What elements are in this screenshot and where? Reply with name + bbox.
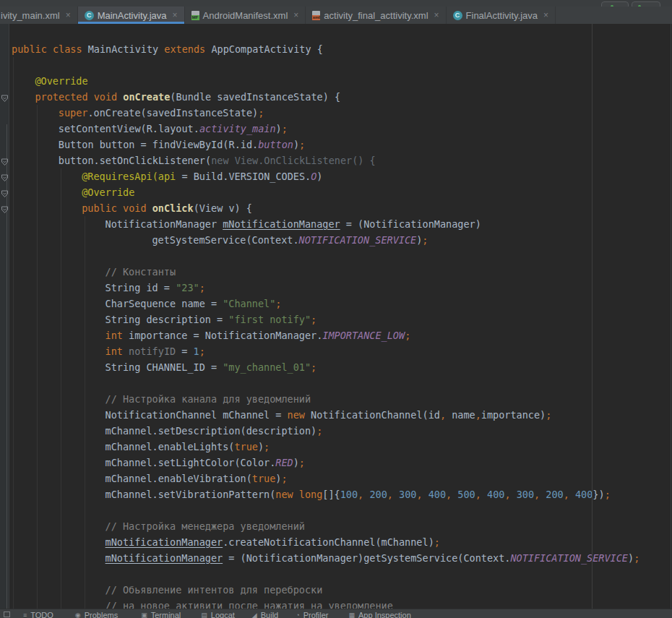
tool-window-button-problems[interactable]: ◉Problems bbox=[75, 609, 118, 618]
tool-window-label: TODO bbox=[30, 611, 53, 618]
code-line: getSystemService(Context.NOTIFICATION_SE… bbox=[0, 232, 672, 248]
tab-label: MainActivity.java bbox=[98, 10, 167, 21]
tool-window-button-build[interactable]: ◢Build bbox=[252, 609, 278, 618]
file-type-band: MF bbox=[191, 15, 199, 20]
indent-guide bbox=[37, 105, 38, 609]
logcat-icon: ▤ bbox=[201, 611, 207, 618]
build-icon: ◢ bbox=[252, 611, 257, 618]
tab-label: activity_final_acttivity.xml bbox=[324, 10, 428, 21]
code-line: int importance = NotificationManager.IMP… bbox=[0, 327, 672, 343]
indent-guide bbox=[13, 57, 14, 609]
class-icon: C bbox=[85, 11, 94, 20]
code-line: mChannel.setVibrationPattern(new long[]{… bbox=[0, 486, 672, 502]
code-line: public void onClick(View v) { bbox=[0, 200, 672, 216]
tool-window-bar: ≡TODO◉Problems▣Terminal▤Logcat◢Build◔Pro… bbox=[0, 609, 672, 618]
code-line: mChannel.setLightColor(Color.RED); bbox=[0, 455, 672, 471]
close-icon[interactable]: × bbox=[543, 10, 548, 20]
tab-mainactivity-java[interactable]: CMainActivity.java× bbox=[78, 7, 185, 24]
class-icon: C bbox=[453, 11, 462, 20]
manifest-file-icon: MF bbox=[191, 11, 199, 20]
tool-window-label: Logcat bbox=[211, 611, 235, 618]
tool-window-label: Terminal bbox=[151, 611, 181, 618]
code-line: // на новое активити после нажатия на ув… bbox=[0, 598, 672, 609]
app-inspection-icon: ▦ bbox=[348, 611, 355, 618]
tab-ivity-main-xml[interactable]: ivity_main.xml× bbox=[0, 7, 78, 24]
code-line: // Обьявление интентов для переброски bbox=[0, 582, 672, 598]
tab-androidmanifest-xml[interactable]: MFAndroidManifest.xml× bbox=[185, 7, 306, 24]
code-line: public class MainActivity extends AppCom… bbox=[0, 41, 672, 57]
code-line bbox=[0, 375, 672, 391]
close-icon[interactable]: × bbox=[434, 10, 439, 20]
code-line: mNotificationManager = (NotificationMana… bbox=[0, 550, 672, 566]
editor-tab-bar: ivity_main.xml×CMainActivity.java×MFAndr… bbox=[0, 7, 672, 24]
tool-window-button-app-inspection[interactable]: ▦App Inspection bbox=[348, 609, 410, 618]
code-line: @Override bbox=[0, 184, 672, 200]
code-line: @RequiresApi(api = Build.VERSION_CODES.O… bbox=[0, 168, 672, 184]
code-line: // Настройка менеджера уведомлений bbox=[0, 518, 672, 534]
close-icon[interactable]: × bbox=[293, 10, 298, 20]
code-line bbox=[0, 566, 672, 582]
tool-window-label: Profiler bbox=[303, 611, 329, 618]
todo-icon: ≡ bbox=[23, 611, 27, 618]
code-line: String CHANNEL_ID = "my_channel_01"; bbox=[0, 359, 672, 375]
code-line bbox=[0, 57, 672, 73]
code-line: @Override bbox=[0, 73, 672, 89]
tool-window-button-todo[interactable]: ≡TODO bbox=[23, 609, 53, 618]
code-line bbox=[0, 248, 672, 264]
tool-window-label: App Inspection bbox=[358, 611, 411, 618]
code-line: mNotificationManager.createNotificationC… bbox=[0, 534, 672, 550]
code-line: String id = "23"; bbox=[0, 280, 672, 296]
terminal-icon: ▣ bbox=[141, 611, 147, 618]
indent-guide bbox=[61, 168, 61, 609]
tab-finalacttivity-java[interactable]: CFinalActtivity.java× bbox=[447, 7, 556, 24]
code-line: mChannel.enableVibration(true); bbox=[0, 471, 672, 486]
tab-activity-final-acttivity-xml[interactable]: xmlactivity_final_acttivity.xml× bbox=[306, 7, 446, 24]
tool-window-label: Problems bbox=[85, 611, 118, 618]
tab-label: AndroidManifest.xml bbox=[203, 10, 288, 21]
code-line: mChannel.enableLights(true); bbox=[0, 439, 672, 455]
editor-scrollbar[interactable] bbox=[671, 24, 671, 609]
xml-file-icon: xml bbox=[312, 11, 320, 20]
tab-label: FinalActtivity.java bbox=[466, 10, 538, 21]
tool-window-button-profiler[interactable]: ◔Profiler bbox=[296, 609, 328, 618]
code-line: button.setOnClickListener(new View.OnCli… bbox=[0, 153, 672, 168]
code-line: NotificationManager mNotificationManager… bbox=[0, 216, 672, 232]
code-editor[interactable]: public class MainActivity extends AppCom… bbox=[0, 24, 672, 609]
code-line: CharSequence name = "Channel"; bbox=[0, 296, 672, 312]
window-corner-icon bbox=[4, 611, 10, 617]
code-line: protected void onCreate(Bundle savedInst… bbox=[0, 89, 672, 105]
tool-window-button-logcat[interactable]: ▤Logcat bbox=[201, 609, 235, 618]
android-studio-window: ivity_main.xml×CMainActivity.java×MFAndr… bbox=[0, 0, 672, 618]
code-line: // Настройка канала для уведомлений bbox=[0, 391, 672, 407]
code-line: // Константы bbox=[0, 264, 672, 280]
code-line: mChannel.setDescription(description); bbox=[0, 423, 672, 439]
profiler-icon: ◔ bbox=[296, 611, 299, 618]
tool-window-label: Build bbox=[261, 611, 278, 618]
tool-window-button-terminal[interactable]: ▣Terminal bbox=[141, 609, 181, 618]
code-line: NotificationChannel mChannel = new Notif… bbox=[0, 407, 672, 423]
code-line: String description = "first notify"; bbox=[0, 312, 672, 327]
problems-icon: ◉ bbox=[75, 611, 81, 618]
tab-label: ivity_main.xml bbox=[1, 10, 60, 21]
code-line: int notifyID = 1; bbox=[0, 343, 672, 359]
code-line: Button button = findViewById(R.id.button… bbox=[0, 137, 672, 153]
close-icon[interactable]: × bbox=[172, 10, 177, 20]
indent-guide bbox=[85, 216, 85, 609]
right-margin-guide bbox=[592, 24, 593, 609]
code-line: setContentView(R.layout.activity_main); bbox=[0, 121, 672, 137]
code-line: super.onCreate(savedInstanceState); bbox=[0, 105, 672, 121]
code-line bbox=[0, 502, 672, 518]
close-icon[interactable]: × bbox=[66, 10, 71, 20]
file-type-band: xml bbox=[312, 15, 320, 20]
